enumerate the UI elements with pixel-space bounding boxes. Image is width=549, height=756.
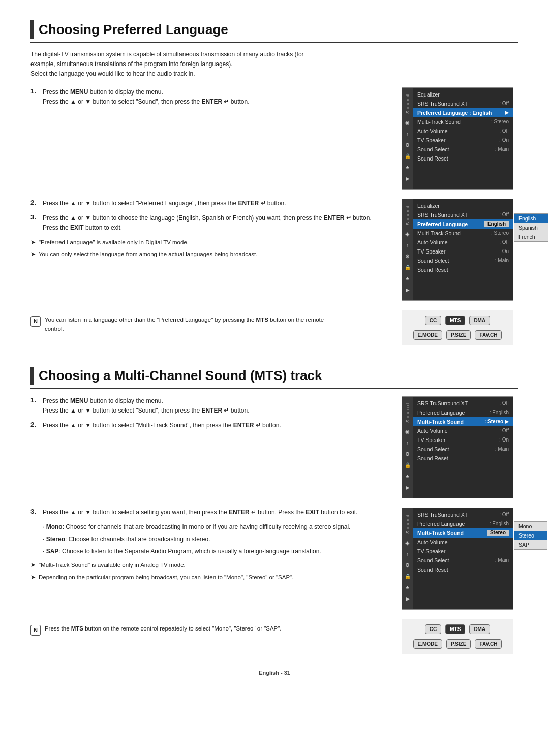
- menu2-item-soundreset: Sound Reset: [413, 265, 513, 274]
- section1-title: Choosing Preferred Language: [39, 22, 228, 38]
- s2menu2-srs: SRS TruSurround XT: Off: [413, 510, 513, 519]
- s2-step3-text: Press the ▲ or ▼ button to select a sett…: [43, 508, 357, 517]
- section1-note: N You can listen in a language other tha…: [30, 315, 325, 334]
- s2menu1-sidebar: Sound ◉ ♪ ⚙ 🔒 ★ ▶: [402, 397, 413, 498]
- menu2-item-equalizer: Equalizer: [413, 201, 513, 210]
- remote1-favch: FAV.CH: [475, 330, 502, 340]
- s2icon2-speaker: ◉: [404, 539, 412, 547]
- icon2-lock: 🔒: [404, 264, 412, 272]
- section2-bar: [30, 367, 34, 385]
- step1-num: 1.: [30, 87, 39, 107]
- s2icon2-lock: 🔒: [404, 573, 412, 581]
- menu1-item-soundreset: Sound Reset: [413, 154, 513, 163]
- s2icon2-arrow: ▶: [404, 595, 412, 603]
- section2-note-row: N Press the MTS button on the remote con…: [30, 619, 518, 654]
- icon-speaker: ◉: [404, 119, 412, 127]
- s2menu1-tvspeaker: TV Speaker: On: [413, 435, 513, 445]
- step1: 1. Press the MENU button to display the …: [30, 87, 391, 107]
- section1-remote-col: CC MTS DMA E.MODE P.SIZE FAV.CH: [402, 310, 518, 345]
- icon-lock: 🔒: [404, 152, 412, 161]
- section2-note-col: N Press the MTS button on the remote con…: [30, 619, 391, 641]
- remote2-cc: CC: [425, 624, 441, 634]
- menu1-item-multitrack: Multi-Track Sound: Stereo: [413, 117, 513, 127]
- remark2: ➤ You can only select the language from …: [30, 249, 391, 259]
- s2menu2-tvspeaker: TV Speaker: [413, 547, 513, 556]
- s2-remark2: ➤ Depending on the particular program be…: [30, 573, 391, 582]
- section1-submenu: English Spanish French: [514, 213, 548, 242]
- remark2-text: You can only select the language from am…: [39, 249, 258, 259]
- submenu-spanish: Spanish: [514, 223, 548, 232]
- menu1-item-preferred: Preferred Language : English▶: [413, 108, 513, 117]
- remote1-dma: DMA: [469, 316, 490, 325]
- s2-remark1: ➤ "Multi-Track Sound" is available only …: [30, 560, 391, 570]
- s2icon-star: ★: [404, 472, 412, 481]
- s2-step3: 3. Press the ▲ or ▼ button to select a s…: [30, 508, 391, 517]
- section2-step12-col: 1. Press the MENU button to display the …: [30, 396, 391, 436]
- submenu-french: French: [514, 232, 548, 241]
- remote1-bottom: E.MODE P.SIZE FAV.CH: [413, 330, 502, 340]
- menu1-item-autovolume: Auto Volume: Off: [413, 127, 513, 136]
- s2menu1-soundreset: Sound Reset: [413, 454, 513, 463]
- section2-title: Choosing a Multi-Channel Sound (MTS) tra…: [39, 368, 322, 384]
- section2: Choosing a Multi-Channel Sound (MTS) tra…: [30, 367, 518, 654]
- menu2-sidebar: Sound ◉ ♪ ⚙ 🔒 ★ ▶: [402, 199, 413, 300]
- section1-step1-col: 1. Press the MENU button to display the …: [30, 87, 391, 112]
- s2menu2-icons: ◉ ♪ ⚙ 🔒 ★ ▶: [403, 536, 413, 606]
- remote1-emode: E.MODE: [413, 330, 442, 340]
- s2-step2-num: 2.: [30, 421, 39, 430]
- s2menu1-label: Sound: [405, 400, 410, 425]
- icon2-star: ★: [404, 275, 412, 283]
- menu1-sidebar: Sound ◉ ♪ ⚙ 🔒 ★ ▶: [402, 88, 413, 189]
- remote1-psize: P.SIZE: [446, 330, 471, 340]
- section1-step1-row: 1. Press the MENU button to display the …: [30, 87, 518, 190]
- s2icon2-note: ♪: [404, 550, 412, 558]
- step2-text: Press the ▲ or ▼ button to select "Prefe…: [43, 199, 286, 208]
- section1-intro: The digital-TV transmission system is ca…: [30, 50, 325, 79]
- bullet-stereo: · Stereo: Choose for channels that are b…: [43, 534, 391, 544]
- remote2-dma: DMA: [469, 624, 490, 634]
- s2icon-speaker: ◉: [404, 428, 412, 436]
- s2menu2-soundselect: Sound Select: Main: [413, 556, 513, 565]
- step3: 3. Press the ▲ or ▼ button to choose the…: [30, 213, 391, 233]
- menu1-item-equalizer: Equalizer: [413, 90, 513, 99]
- section2-step3-row: 3. Press the ▲ or ▼ button to select a s…: [30, 508, 518, 610]
- note1-text: You can listen in a language other than …: [45, 315, 325, 334]
- menu1-item-tvspeaker: TV Speaker: On: [413, 136, 513, 145]
- section2-note: N Press the MTS button on the remote con…: [30, 624, 325, 636]
- s2menu1-srs: SRS TruSurround XT: Off: [413, 399, 513, 408]
- step1-text: Press the MENU button to display the men…: [43, 87, 250, 107]
- note2-text: Press the MTS button on the remote contr…: [45, 624, 282, 636]
- s2-remark2-text: Depending on the particular program bein…: [39, 573, 293, 582]
- icon-arrow: ▶: [404, 175, 412, 183]
- section2-step12-row: 1. Press the MENU button to display the …: [30, 396, 518, 498]
- section1-step23-row: 2. Press the ▲ or ▼ button to select "Pr…: [30, 199, 518, 301]
- menu1-icons: ◉ ♪ ⚙ 🔒 ★ ▶: [403, 116, 413, 186]
- section1-note-col: N You can listen in a language other tha…: [30, 310, 391, 339]
- remote2-bottom: E.MODE P.SIZE FAV.CH: [413, 639, 502, 649]
- s2menu2-preferred: Preferred Language: English: [413, 519, 513, 528]
- note1-icon: N: [30, 316, 41, 327]
- section1-step23-col: 2. Press the ▲ or ▼ button to select "Pr…: [30, 199, 391, 262]
- menu2-sidebar-label: Sound: [405, 202, 410, 227]
- section2-menu1-col: Sound ◉ ♪ ⚙ 🔒 ★ ▶ SRS TruSurround XT: Of: [402, 396, 518, 498]
- s2icon-note: ♪: [404, 439, 412, 447]
- remote2-top: CC MTS DMA: [425, 624, 490, 634]
- s2-remark1-arrow: ➤: [30, 560, 36, 570]
- menu1-sidebar-label: Sound: [405, 91, 410, 116]
- s2submenu-stereo: Stereo: [514, 531, 547, 540]
- section2-remote: CC MTS DMA E.MODE P.SIZE FAV.CH: [402, 619, 513, 654]
- s2menu1-multitrack: Multi-Track Sound: Stereo ▶: [413, 417, 513, 426]
- remark2-arrow: ➤: [30, 249, 36, 259]
- menu1-item-soundselect: Sound Select: Main: [413, 145, 513, 154]
- icon-star: ★: [404, 164, 412, 172]
- step3-text: Press the ▲ or ▼ button to choose the la…: [43, 213, 372, 233]
- remote2-psize: P.SIZE: [446, 639, 471, 649]
- note2-icon: N: [30, 625, 41, 636]
- section1-bar: [30, 20, 34, 39]
- submenu-english: English: [514, 214, 548, 223]
- icon2-speaker: ◉: [404, 230, 412, 238]
- section2-step3-col: 3. Press the ▲ or ▼ button to select a s…: [30, 508, 391, 584]
- s2menu1-autovolume: Auto Volume: Off: [413, 426, 513, 435]
- section1-menu2-col: Sound ◉ ♪ ⚙ 🔒 ★ ▶ Equalizer: [402, 199, 518, 301]
- section1-menu1-col: Sound ◉ ♪ ⚙ 🔒 ★ ▶ Equalizer: [402, 87, 518, 190]
